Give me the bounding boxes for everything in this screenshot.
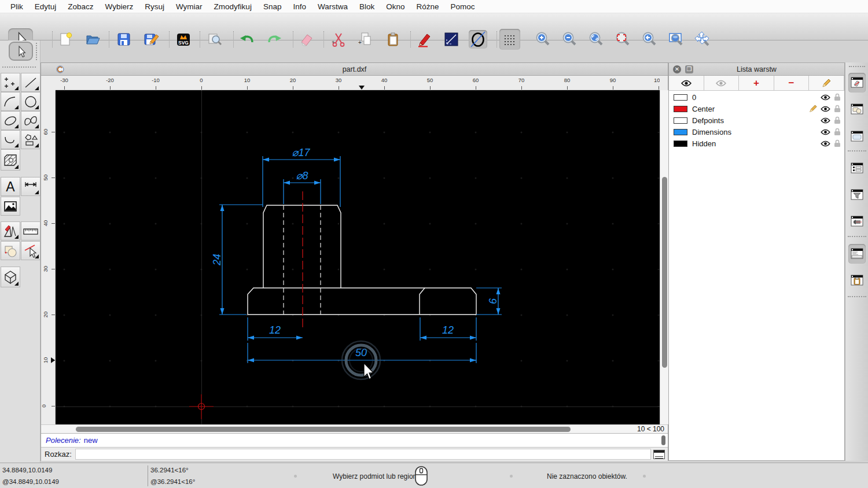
svg-export-button[interactable]: SVG [174,30,193,49]
zoom-auto-button[interactable] [587,30,605,49]
layer-row-dimensions[interactable]: Dimensions [669,126,844,138]
zoom-window-button[interactable] [667,30,685,49]
layer-color-swatch[interactable] [674,129,687,135]
save-as-button[interactable] [142,30,160,49]
menu-zobacz[interactable]: Zobacz [62,0,99,13]
command-input[interactable] [75,449,651,460]
line-tool-button[interactable] [21,73,41,92]
menu-plik[interactable]: Plik [5,0,29,13]
blocks-tool-button[interactable] [1,241,20,260]
menu-pomoc[interactable]: Pomoc [445,0,481,13]
library-browser-dock-button[interactable] [848,127,866,146]
zoom-redraw-button[interactable] [613,30,632,49]
zoom-in-button[interactable] [534,30,552,49]
menu-zmodyfikuj[interactable]: Zmodyfikuj [208,0,258,13]
layer-visible-icon[interactable] [821,141,830,147]
hatch-tool-button[interactable] [1,149,20,171]
layer-color-swatch[interactable] [674,117,687,124]
cut-button[interactable]: + [329,30,348,49]
layer-lock-icon[interactable] [834,128,841,136]
add-layer-button[interactable]: + [739,76,774,91]
menu-blok[interactable]: Blok [354,0,380,13]
layer-row-hidden[interactable]: Hidden [669,138,844,149]
vertical-scrollbar-thumb[interactable] [662,177,667,368]
ellipse-tool-button[interactable] [469,30,487,49]
layer-color-swatch[interactable] [674,141,687,147]
hide-all-layers-button[interactable] [704,76,740,91]
edit-layer-button[interactable] [809,76,844,91]
points-tool-button[interactable] [1,73,20,92]
menu-edytuj[interactable]: Edytuj [29,0,62,13]
image-tool-button[interactable] [1,197,20,216]
arc-tool-button[interactable] [1,92,20,111]
layer-lock-icon[interactable] [834,116,841,124]
pen-palette-dock-button[interactable] [848,212,866,231]
vertical-scrollbar[interactable] [660,90,669,424]
layer-list-dock-button[interactable] [848,73,866,93]
new-document-button[interactable] [56,30,75,49]
view3d-tool-button[interactable] [1,267,20,287]
save-button[interactable] [115,30,133,49]
document-titlebar[interactable]: part.dxf [41,63,668,76]
menu-snap[interactable]: Snap [258,0,288,13]
remove-layer-button[interactable]: − [774,76,810,91]
polyline-tool-button[interactable] [1,130,20,149]
line-tool-button[interactable] [442,30,461,49]
layer-visible-icon[interactable] [821,106,830,112]
layer-visible-icon[interactable] [821,94,830,101]
delete-button[interactable] [297,30,315,49]
close-icon[interactable]: ✕ [673,65,681,73]
show-all-layers-button[interactable] [669,76,704,91]
palette-handle[interactable] [36,43,37,60]
layer-lock-icon[interactable] [834,139,841,147]
layer-lock-icon[interactable] [834,105,841,113]
layer-color-swatch[interactable] [674,94,687,101]
undock-icon[interactable]: ❐ [685,65,693,73]
paste-button[interactable] [384,30,402,49]
filter-dock-button[interactable] [848,185,866,205]
layer-row-0[interactable]: 0 [669,91,844,103]
ellipse-tool-button[interactable] [1,111,20,130]
menu-rozne[interactable]: Różne [411,0,445,13]
block-list-dock-button[interactable] [848,99,866,119]
undo-button[interactable] [238,30,256,49]
grid-toggle-button[interactable] [499,29,520,50]
dimension-tool-button[interactable] [21,177,41,196]
measure-tool-button[interactable] [21,221,41,241]
pen-button[interactable] [415,30,433,49]
modify-tool-button[interactable] [1,221,20,241]
spline-tool-button[interactable] [21,111,41,130]
menu-okno[interactable]: Okno [380,0,410,13]
layer-row-center[interactable]: Center [669,103,844,114]
redo-button[interactable] [265,30,284,49]
delete-select-tool-button[interactable] [21,241,41,260]
drawing-canvas[interactable]: ⌀17 ⌀8 24 6 12 12 50 [56,90,660,424]
horizontal-scrollbar[interactable]: 10 < 100 [41,424,668,433]
layer-visible-icon[interactable] [821,129,830,135]
clipboard-dock-button[interactable] [848,271,866,290]
horizontal-scrollbar-thumb[interactable] [76,427,571,432]
layer-row-defpoints[interactable]: Defpoints [669,114,844,126]
layer-color-swatch[interactable] [674,106,687,112]
command-line-dock-button[interactable] [848,244,866,264]
layer-visible-icon[interactable] [821,117,830,124]
menu-wymiar[interactable]: Wymiar [170,0,208,13]
zoom-out-button[interactable] [560,30,579,49]
open-file-button[interactable] [83,30,102,49]
zoom-pan-button[interactable] [693,30,712,49]
print-preview-button[interactable] [205,30,224,49]
text-tool-button[interactable]: A [1,177,20,196]
copy-button[interactable]: + [356,30,375,49]
polygon-tool-button[interactable] [21,130,41,149]
menu-info[interactable]: Info [287,0,312,13]
palette-handle[interactable] [2,66,36,68]
layer-lock-icon[interactable] [834,93,841,101]
menu-wybierz[interactable]: Wybierz [100,0,139,13]
zoom-previous-button[interactable] [640,30,659,49]
command-window-toggle-button[interactable] [653,450,665,459]
menu-rysuj[interactable]: Rysuj [139,0,170,13]
command-history-scrollbar[interactable] [661,435,665,445]
menu-warstwa[interactable]: Warstwa [312,0,354,13]
circle-tool-button[interactable] [21,92,41,111]
command-options-dock-button[interactable] [848,158,866,178]
